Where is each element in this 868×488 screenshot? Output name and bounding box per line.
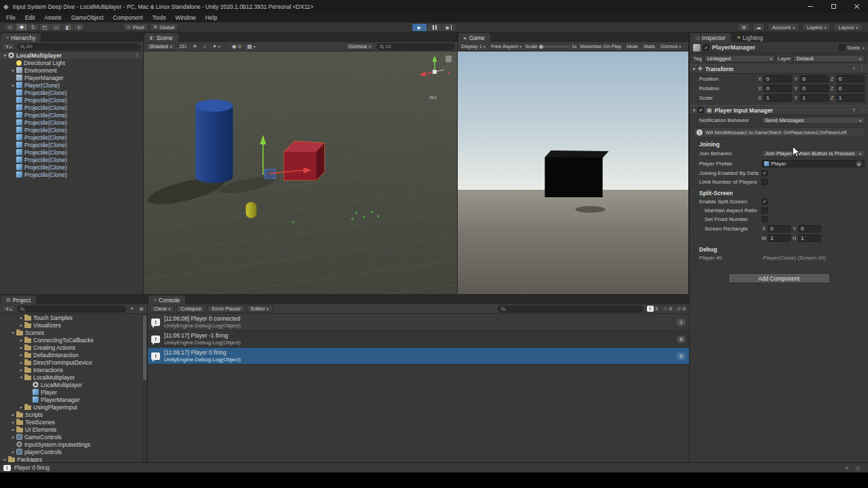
project-item[interactable]: TestScenes xyxy=(0,418,142,426)
layers-dropdown[interactable]: Layers xyxy=(802,23,831,31)
minimize-button[interactable] xyxy=(799,0,822,13)
scene-lighting-toggle[interactable]: ☀ xyxy=(191,43,199,50)
hierarchy-item[interactable]: Projectile(Clone) xyxy=(0,141,143,148)
enable-split-checkbox[interactable]: ✓ xyxy=(762,199,768,205)
hierarchy-search-input[interactable]: All xyxy=(17,43,141,50)
mute-toggle[interactable]: Mute xyxy=(625,43,640,51)
error-pause-toggle[interactable]: Error Pause xyxy=(208,305,245,312)
static-checkbox[interactable] xyxy=(839,45,845,51)
step-button[interactable]: ▶ xyxy=(441,23,456,32)
rect-w-field[interactable]: 1 xyxy=(768,235,791,242)
set-fixed-checkbox[interactable] xyxy=(762,216,768,222)
project-scrollbar[interactable] xyxy=(142,314,147,462)
project-item[interactable]: Touch Samples xyxy=(0,314,142,321)
hierarchy-item[interactable]: Player(Clone) xyxy=(0,81,143,89)
collapse-toggle[interactable]: Collapse xyxy=(176,305,205,312)
status-bar[interactable]: Player 0 firing ● ▤ xyxy=(0,462,868,472)
expand-arrow-icon[interactable] xyxy=(18,367,24,373)
custom-tool-button[interactable]: ⊙ xyxy=(73,23,85,31)
layout-dropdown[interactable]: Layout xyxy=(833,23,863,31)
limit-players-checkbox[interactable] xyxy=(762,179,768,185)
hierarchy-item[interactable]: Projectile(Clone) xyxy=(0,134,143,141)
error-count-toggle[interactable]: 0 xyxy=(677,306,686,312)
scene-audio-toggle[interactable]: ♪ xyxy=(201,43,208,50)
scene-search-input[interactable]: All xyxy=(376,43,455,50)
console-log-entry[interactable]: [11:06:17] Player -1 firing UnityEngine.… xyxy=(148,331,689,348)
x-field[interactable]: 0 xyxy=(764,75,792,83)
join-behavior-dropdown[interactable]: Join Players When Button Is Pressed xyxy=(762,150,865,157)
project-item[interactable]: LocalMultiplayer xyxy=(0,373,142,381)
menu-item[interactable]: Component xyxy=(108,14,148,21)
project-item[interactable]: Player xyxy=(0,388,142,396)
scrollbar-thumb[interactable] xyxy=(143,315,146,380)
layer-dropdown[interactable]: Default xyxy=(793,55,865,62)
active-checkbox[interactable]: ✓ xyxy=(703,45,709,51)
scale-tool-button[interactable]: ◰ xyxy=(39,23,50,31)
expand-arrow-icon[interactable] xyxy=(18,405,24,410)
expand-arrow-icon[interactable] xyxy=(10,420,16,425)
slider-handle[interactable] xyxy=(539,45,543,49)
project-item[interactable]: GameControls xyxy=(0,433,142,441)
component-menu-icon[interactable] xyxy=(859,66,865,72)
expand-arrow-icon[interactable] xyxy=(10,434,16,440)
project-add-button[interactable]: + xyxy=(2,305,15,312)
pause-button[interactable] xyxy=(427,23,441,32)
expand-arrow-icon[interactable] xyxy=(10,68,16,73)
transform-component-header[interactable]: Transform xyxy=(690,64,868,74)
hierarchy-add-button[interactable]: + xyxy=(2,43,15,50)
gizmos-dropdown[interactable]: Gizmos xyxy=(345,43,374,50)
hierarchy-item[interactable]: Projectile(Clone) xyxy=(0,163,143,171)
status-message[interactable]: Player 0 firing xyxy=(14,464,50,471)
game-gizmos-dropdown[interactable]: Gizmos xyxy=(658,43,683,51)
project-item[interactable]: playerControls xyxy=(0,448,142,455)
expand-arrow-icon[interactable] xyxy=(18,315,24,321)
menu-item[interactable]: Edit xyxy=(20,14,40,21)
hierarchy-item[interactable]: Projectile(Clone) xyxy=(0,89,143,96)
project-item[interactable]: Creating Actions xyxy=(0,344,142,351)
project-item[interactable]: DirectFromInputDevice xyxy=(0,359,142,366)
y-field[interactable]: 0 xyxy=(800,75,828,83)
rect-x-field[interactable]: 0 xyxy=(768,225,791,232)
shading-mode-dropdown[interactable]: Shaded xyxy=(146,43,176,50)
play-button[interactable]: ▶ xyxy=(412,23,427,32)
collab-cloud-icon[interactable]: ☁ xyxy=(753,23,765,31)
expand-arrow-icon[interactable] xyxy=(18,375,24,380)
menu-item[interactable]: Tools xyxy=(148,14,171,21)
rect-tool-button[interactable]: ▭ xyxy=(50,23,62,31)
console-search-input[interactable] xyxy=(498,306,644,312)
project-item[interactable]: UsingPlayerInput xyxy=(0,403,142,411)
expand-arrow-icon[interactable] xyxy=(10,412,16,418)
iso-projection-label[interactable]: Iso xyxy=(429,94,437,100)
clear-button[interactable]: Clear xyxy=(150,305,174,312)
scene-visibility-toggle[interactable]: ◉0 xyxy=(230,43,243,50)
project-item[interactable]: LocalMultiplayer xyxy=(0,381,142,388)
hierarchy-item[interactable]: PlayerManager xyxy=(0,74,143,81)
cube-object[interactable] xyxy=(283,141,324,180)
z-field[interactable]: 1 xyxy=(836,94,865,102)
hidden-packages-icon[interactable]: ◉ xyxy=(138,306,145,312)
expand-arrow-icon[interactable] xyxy=(10,330,16,336)
favorites-icon[interactable]: ✦ xyxy=(128,306,136,312)
transform-tool-button[interactable]: ◧ xyxy=(62,23,73,31)
account-dropdown[interactable]: Account xyxy=(768,23,800,31)
console-log-entry[interactable]: [11:06:08] Player 0 connected UnityEngin… xyxy=(148,314,689,331)
hierarchy-item[interactable]: Projectile(Clone) xyxy=(0,111,143,119)
object-picker-icon[interactable] xyxy=(856,161,862,167)
component-menu-icon[interactable] xyxy=(859,107,865,113)
scale-slider[interactable] xyxy=(539,46,570,47)
pivot-toggle[interactable]: ⊙Pivot xyxy=(123,23,149,31)
console-log-entry[interactable]: [11:06:17] Player 0 firing UnityEngine.D… xyxy=(148,348,689,365)
project-item[interactable]: Visualizers xyxy=(0,321,142,329)
services-icon[interactable]: ⊞ xyxy=(738,23,750,31)
expand-arrow-icon[interactable] xyxy=(10,83,16,88)
menu-item[interactable]: File xyxy=(1,14,20,21)
tag-dropdown[interactable]: Untagged xyxy=(704,55,776,62)
cylinder-object[interactable] xyxy=(195,100,233,183)
notification-behavior-dropdown[interactable]: Send Messages xyxy=(762,117,865,124)
hierarchy-item[interactable]: Projectile(Clone) xyxy=(0,171,143,178)
warning-count-toggle[interactable]: 0 xyxy=(663,306,672,312)
menu-item[interactable]: Help xyxy=(201,14,222,21)
hand-tool-button[interactable]: ◇ xyxy=(4,23,16,31)
capsule-object[interactable] xyxy=(245,202,256,218)
project-item[interactable]: InputSystem.inputsettings xyxy=(0,441,142,448)
